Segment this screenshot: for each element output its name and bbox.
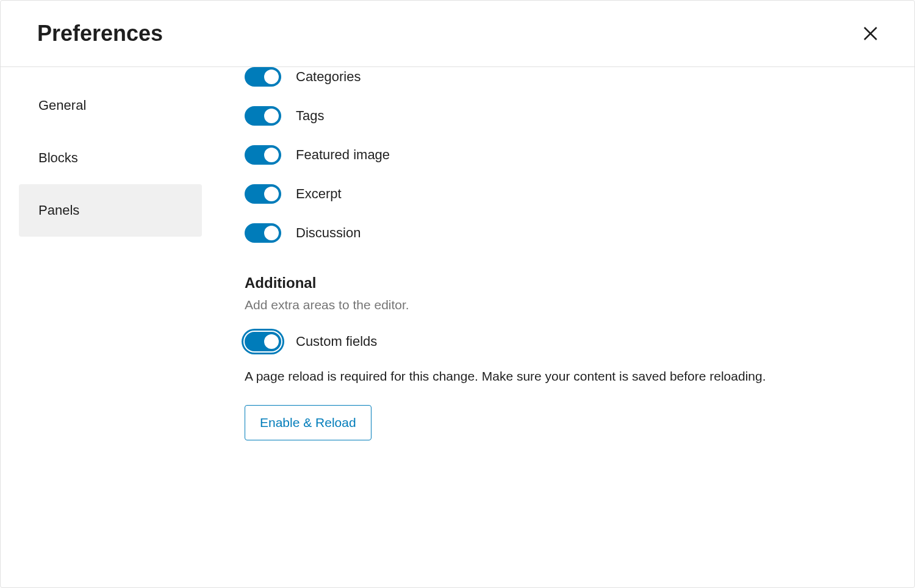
sidebar-item-label: Panels	[38, 203, 79, 218]
sidebar-item-general[interactable]: General	[19, 79, 202, 132]
section-title-additional: Additional	[245, 274, 878, 292]
content-panel: Categories Tags Featured image Excerpt D…	[202, 67, 914, 587]
toggle-knob	[264, 70, 279, 84]
toggle-custom-fields[interactable]	[245, 332, 281, 351]
toggle-excerpt[interactable]	[245, 184, 281, 204]
toggle-row-excerpt: Excerpt	[245, 184, 878, 204]
toggle-featured-image[interactable]	[245, 145, 281, 165]
reload-notice: A page reload is required for this chang…	[245, 366, 806, 387]
toggle-row-categories: Categories	[245, 67, 878, 87]
toggle-knob	[264, 148, 279, 162]
sidebar-item-label: General	[38, 98, 86, 113]
section-description: Add extra areas to the editor.	[245, 298, 878, 312]
toggle-row-featured-image: Featured image	[245, 145, 878, 165]
toggle-knob	[264, 334, 279, 349]
sidebar: General Blocks Panels	[1, 67, 202, 587]
preferences-modal: Preferences General Blocks Panels Catego…	[0, 0, 915, 588]
sidebar-item-label: Blocks	[38, 150, 78, 165]
modal-body: General Blocks Panels Categories Tags Fe…	[1, 67, 914, 587]
toggle-discussion[interactable]	[245, 223, 281, 243]
modal-title: Preferences	[37, 21, 163, 46]
modal-header: Preferences	[1, 1, 914, 67]
toggle-row-custom-fields: Custom fields	[245, 332, 878, 351]
toggle-knob	[264, 187, 279, 201]
toggle-label: Excerpt	[296, 186, 342, 202]
toggle-label: Featured image	[296, 147, 390, 163]
toggle-label: Categories	[296, 69, 361, 85]
toggle-tags[interactable]	[245, 106, 281, 126]
close-button[interactable]	[856, 19, 885, 48]
close-icon	[861, 24, 880, 43]
sidebar-item-blocks[interactable]: Blocks	[19, 132, 202, 184]
toggle-knob	[264, 109, 279, 123]
toggle-row-discussion: Discussion	[245, 223, 878, 243]
toggle-categories[interactable]	[245, 67, 281, 87]
toggle-label: Tags	[296, 108, 324, 124]
sidebar-item-panels[interactable]: Panels	[19, 184, 202, 237]
toggle-row-tags: Tags	[245, 106, 878, 126]
toggle-label: Custom fields	[296, 334, 377, 350]
toggle-label: Discussion	[296, 225, 361, 241]
enable-reload-button[interactable]: Enable & Reload	[245, 405, 371, 440]
toggle-knob	[264, 226, 279, 240]
